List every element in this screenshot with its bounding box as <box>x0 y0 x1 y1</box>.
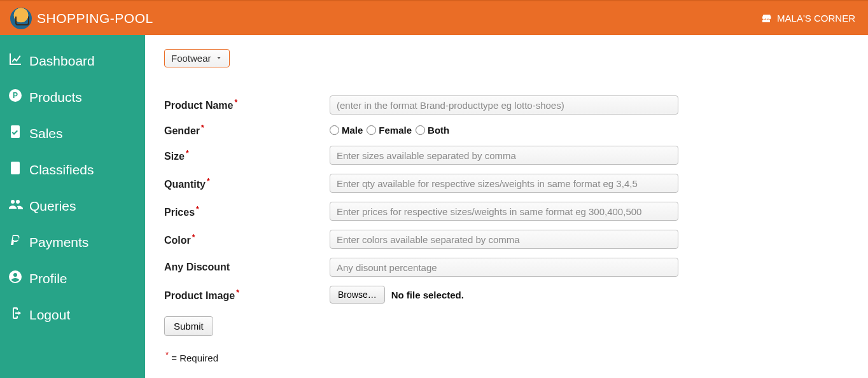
prices-label: Prices* <box>164 205 330 218</box>
color-input[interactable] <box>330 230 678 249</box>
sidebar-item-label: Profile <box>29 271 67 286</box>
brand[interactable]: SHOPPING-POOL <box>10 8 153 29</box>
clipboard-check-icon <box>8 124 23 143</box>
sidebar-item-queries[interactable]: Queries <box>0 188 145 224</box>
sidebar-item-profile[interactable]: Profile <box>0 260 145 297</box>
discount-label: Any Discount <box>164 262 330 273</box>
gender-female-radio[interactable] <box>367 125 376 135</box>
users-icon <box>8 197 23 215</box>
product-name-input[interactable] <box>330 95 678 115</box>
prices-input[interactable] <box>330 202 678 221</box>
product-name-label: Product Name* <box>164 98 330 111</box>
gender-male-label: Male <box>342 125 363 136</box>
sidebar-item-label: Sales <box>29 126 63 141</box>
submit-button[interactable]: Submit <box>164 316 213 336</box>
product-icon: P <box>8 88 23 106</box>
browse-button[interactable]: Browse… <box>330 286 385 304</box>
gender-both-radio[interactable] <box>416 125 425 135</box>
chart-line-icon <box>8 52 23 70</box>
sidebar-item-dashboard[interactable]: Dashboard <box>0 43 145 79</box>
sidebar-item-label: Payments <box>29 235 88 250</box>
main-content: Footwear Product Name* Gender* Male Fema… <box>145 35 868 378</box>
category-select[interactable]: Footwear <box>164 49 230 67</box>
store-link[interactable]: MALA'S CORNER <box>760 13 858 24</box>
sidebar-item-payments[interactable]: Payments <box>0 224 145 260</box>
sidebar-item-products[interactable]: P Products <box>0 79 145 115</box>
quantity-input[interactable] <box>330 174 678 193</box>
sidebar-item-sales[interactable]: Sales <box>0 115 145 151</box>
brand-logo-icon <box>10 8 32 29</box>
gender-male-radio[interactable] <box>330 125 339 135</box>
sidebar-item-label: Classifieds <box>29 162 94 178</box>
product-image-label: Product Image* <box>164 288 330 302</box>
required-note: * = Required <box>164 350 849 363</box>
sidebar-item-classifieds[interactable]: Classifieds <box>0 151 145 188</box>
sidebar-item-label: Dashboard <box>29 53 95 69</box>
color-label: Color* <box>164 233 330 246</box>
no-file-text: No file selected. <box>391 290 464 300</box>
chevron-down-icon <box>215 53 223 64</box>
store-icon <box>760 13 772 24</box>
size-label: Size* <box>164 149 330 162</box>
sidebar-item-label: Products <box>29 90 82 105</box>
svg-text:P: P <box>13 91 18 100</box>
brand-name: SHOPPING-POOL <box>37 11 153 26</box>
sidebar-item-label: Queries <box>29 199 76 214</box>
size-input[interactable] <box>330 146 678 165</box>
user-circle-icon <box>8 269 23 288</box>
store-name: MALA'S CORNER <box>777 13 855 24</box>
paypal-icon <box>8 233 23 251</box>
sidebar-item-label: Logout <box>29 307 70 323</box>
gender-radio-group: Male Female Both <box>330 125 678 136</box>
quantity-label: Quantity* <box>164 177 330 190</box>
clipboard-list-icon <box>8 160 23 179</box>
category-selected: Footwear <box>171 53 211 64</box>
gender-female-label: Female <box>379 125 412 136</box>
logout-icon <box>8 305 23 324</box>
discount-input[interactable] <box>330 258 678 277</box>
sidebar-item-logout[interactable]: Logout <box>0 297 145 333</box>
sidebar: Dashboard P Products Sales Classifieds Q… <box>0 35 145 378</box>
header-bar: SHOPPING-POOL MALA'S CORNER <box>0 0 868 35</box>
gender-label: Gender* <box>164 123 330 137</box>
gender-both-label: Both <box>428 125 449 136</box>
